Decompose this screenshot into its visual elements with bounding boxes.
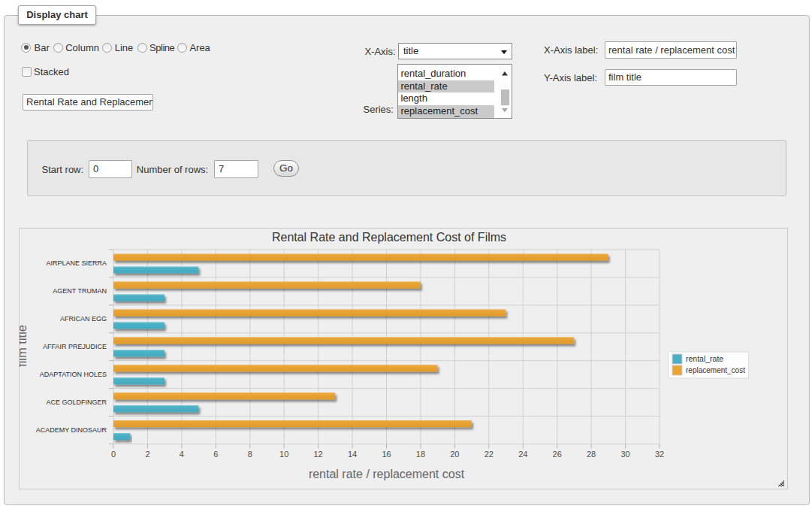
svg-text:8: 8: [248, 450, 252, 459]
svg-text:24: 24: [518, 450, 527, 459]
svg-text:12: 12: [313, 450, 322, 459]
svg-text:AGENT TRUMAN: AGENT TRUMAN: [53, 287, 107, 295]
svg-text:22: 22: [484, 450, 494, 459]
svg-text:rental rate / replacement cost: rental rate / replacement cost: [309, 468, 465, 480]
svg-text:6: 6: [213, 450, 218, 459]
svg-text:18: 18: [416, 450, 425, 459]
svg-text:ACE GOLDFINGER: ACE GOLDFINGER: [46, 398, 107, 406]
svg-text:14: 14: [348, 450, 357, 459]
svg-text:AFFAIR PREJUDICE: AFFAIR PREJUDICE: [43, 343, 107, 350]
svg-text:16: 16: [382, 450, 391, 459]
svg-text:Rental Rate and Replacement Co: Rental Rate and Replacement Cost of Film…: [272, 231, 506, 244]
svg-text:2: 2: [145, 450, 149, 459]
svg-text:rental_rate: rental_rate: [686, 354, 723, 363]
svg-text:32: 32: [655, 450, 664, 459]
svg-text:AIRPLANE SIERRA: AIRPLANE SIERRA: [46, 259, 107, 267]
svg-text:ADAPTATION HOLES: ADAPTATION HOLES: [40, 371, 107, 378]
svg-text:ACADEMY DINOSAUR: ACADEMY DINOSAUR: [36, 426, 107, 434]
svg-text:4: 4: [180, 450, 184, 459]
svg-text:AFRICAN EGG: AFRICAN EGG: [60, 315, 107, 323]
svg-text:20: 20: [450, 450, 459, 459]
svg-text:10: 10: [279, 450, 288, 459]
svg-text:28: 28: [587, 450, 596, 459]
svg-text:0: 0: [111, 450, 116, 459]
svg-text:30: 30: [620, 450, 629, 459]
svg-text:replacement_cost: replacement_cost: [686, 366, 745, 374]
svg-text:26: 26: [553, 450, 562, 459]
svg-text:film title: film title: [20, 325, 29, 367]
